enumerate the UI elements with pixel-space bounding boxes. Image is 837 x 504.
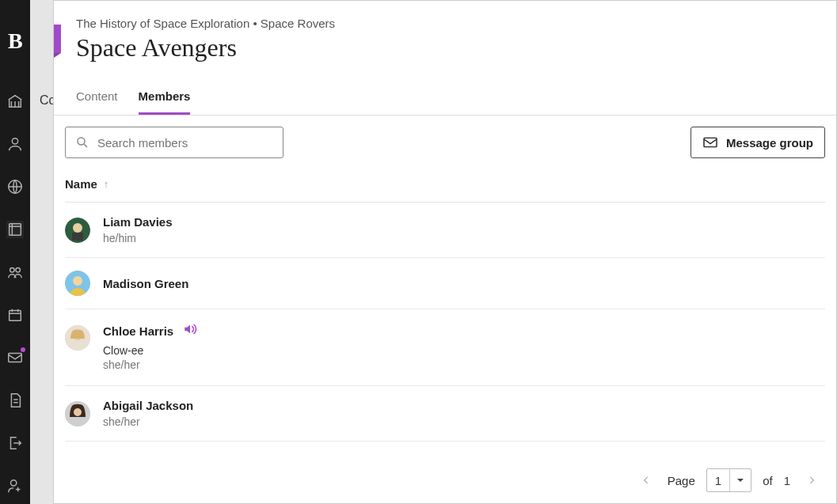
breadcrumb: The History of Space Exploration • Space… [76, 17, 814, 30]
tab-content[interactable]: Content [76, 78, 118, 115]
member-phonetic: Clow-ee [103, 344, 197, 357]
tab-members[interactable]: Members [139, 78, 191, 115]
notification-dot [21, 347, 25, 352]
profile-icon[interactable] [6, 135, 24, 153]
page-current: 1 [707, 474, 729, 487]
signout-icon[interactable] [6, 434, 24, 452]
member-row[interactable]: Chloe Harris Clow-ee she/her [65, 309, 825, 386]
prev-page-button[interactable] [636, 470, 656, 491]
pronunciation-audio-icon[interactable] [183, 324, 197, 338]
column-header-name[interactable]: Name ↑ [65, 166, 825, 203]
calendar-icon[interactable] [6, 306, 24, 324]
member-row[interactable]: Liam Davies he/him [65, 203, 825, 258]
avatar [65, 218, 90, 243]
chevron-right-icon [806, 475, 817, 486]
pagination-page-label: Page [668, 474, 695, 487]
member-name: Chloe Harris [103, 324, 173, 338]
svg-rect-2 [10, 224, 21, 236]
member-pronouns: she/her [103, 415, 193, 428]
globe-icon[interactable] [6, 178, 24, 195]
book-icon[interactable] [6, 221, 24, 238]
svg-rect-12 [72, 233, 83, 241]
svg-point-3 [10, 268, 14, 273]
avatar [65, 271, 90, 296]
svg-rect-5 [10, 311, 21, 321]
chevron-down-icon [729, 469, 751, 491]
search-input-wrap[interactable] [65, 127, 283, 158]
next-page-button[interactable] [801, 470, 822, 491]
search-input[interactable] [97, 136, 273, 150]
svg-point-7 [11, 480, 17, 486]
page-select[interactable]: 1 [706, 468, 751, 492]
svg-point-19 [74, 408, 82, 416]
tab-bar: Content Members [54, 78, 836, 116]
svg-point-11 [73, 223, 82, 233]
sort-ascending-icon: ↑ [104, 178, 109, 190]
column-header-name-label: Name [65, 177, 97, 191]
svg-rect-9 [704, 138, 717, 146]
svg-point-0 [12, 138, 17, 144]
close-button-flag [53, 53, 61, 63]
svg-point-8 [78, 138, 85, 145]
member-name: Liam Davies [103, 215, 173, 229]
message-group-label: Message group [726, 136, 813, 150]
svg-point-14 [73, 276, 82, 286]
side-panel: The History of Space Exploration • Space… [53, 0, 837, 504]
pagination-total: 1 [784, 474, 790, 487]
member-name: Abigail Jackson [103, 399, 193, 412]
message-group-button[interactable]: Message group [691, 127, 825, 158]
member-row[interactable]: Abigail Jackson she/her [65, 386, 825, 441]
member-row[interactable]: Madison Green [65, 258, 825, 309]
avatar [65, 401, 90, 426]
svg-point-4 [16, 268, 20, 273]
messages-icon[interactable] [6, 349, 24, 366]
close-button[interactable] [53, 25, 61, 53]
institution-icon[interactable] [6, 93, 24, 110]
left-nav-rail: B [0, 0, 30, 504]
envelope-icon [702, 136, 718, 149]
panel-title: Space Avengers [76, 33, 814, 63]
pagination-of-label: of [763, 474, 773, 487]
avatar [65, 325, 90, 351]
member-name: Madison Green [103, 277, 188, 290]
user-admin-icon[interactable] [6, 477, 24, 495]
member-pronouns: he/him [103, 232, 173, 244]
groups-icon[interactable] [6, 263, 24, 281]
chevron-left-icon [641, 475, 652, 486]
brand-glyph: B [8, 28, 23, 54]
pagination: Page 1 of 1 [54, 460, 836, 503]
document-icon[interactable] [6, 392, 24, 409]
close-icon [53, 32, 54, 46]
svg-rect-6 [9, 354, 22, 362]
member-pronouns: she/her [103, 358, 197, 371]
background-panel: Co [30, 0, 53, 504]
search-icon [75, 135, 89, 150]
